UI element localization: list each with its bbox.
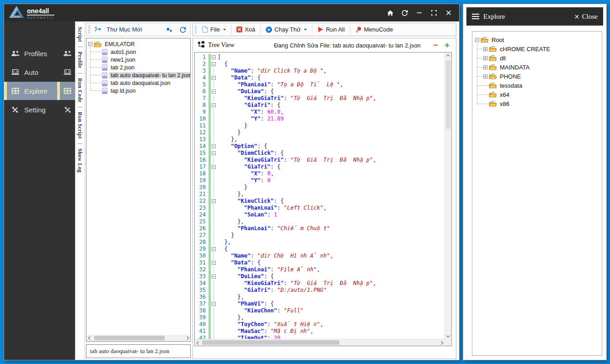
fold-toggle-icon[interactable]: − [211,88,217,95]
code-line[interactable]: 31− "Data": { [195,259,444,266]
laptop-icon[interactable] [60,63,75,81]
code-line[interactable]: 41 "MauSac": "Mặ c Đị nh", [195,328,444,335]
fold-toggle-icon[interactable]: − [211,150,217,157]
expand-icon[interactable]: + [483,47,487,51]
fold-toggle-icon[interactable]: − [211,259,217,266]
editor-vscrollbar[interactable] [444,53,451,339]
scrollbar-thumb[interactable] [94,336,165,340]
tab-profile[interactable]: Profile [77,50,83,70]
code-line[interactable]: 19 "Y": 0 [195,177,444,184]
tree-item-label[interactable]: auto1.json [109,49,137,55]
tree-item-x86[interactable]: x86 [472,99,602,108]
editor-hscrollbar[interactable] [195,339,444,346]
code-line[interactable]: 42 "TimeOut": 20 [195,335,444,339]
tree-item-label[interactable]: x86 [498,100,511,107]
scrollbar-thumb[interactable] [202,340,339,345]
tree-item-label[interactable]: tab 2.json [109,64,136,71]
tree-item-phone[interactable]: +PHONE [472,72,602,81]
tree-item-new1-json[interactable]: new1.json [86,56,190,63]
code-line[interactable]: 8− "GiaTri": { [195,102,444,109]
tree-item-maindata[interactable]: +MAINDATA [472,63,602,72]
code-line[interactable]: 35 "GiaTri": "D:/auto/1.PNG" [195,287,444,294]
zoom-out-button[interactable]: − [428,40,443,50]
maximize-button[interactable] [430,9,438,17]
code-line[interactable]: 2− { [195,61,444,68]
run-all-button[interactable]: Run All [315,25,348,34]
fold-toggle-icon[interactable]: − [211,61,217,68]
tree-item-root[interactable]: −Root [472,35,602,44]
dropdown-caret-icon[interactable] [223,29,226,31]
code-line[interactable]: 33− "DuLieu": { [195,273,444,280]
tree-item-x64[interactable]: x64 [472,90,602,99]
home-button[interactable] [386,9,394,17]
scroll-left-arrow[interactable] [195,339,202,346]
tree-item-label[interactable]: cHROME CREATE [498,46,551,53]
tree-item-auto1-json[interactable]: auto1.json [86,48,190,56]
code-line[interactable]: 18 "X": 0, [195,170,444,177]
code-editor[interactable]: 1−[2− {3 "Name": "dir Click Tọ a Độ ",4−… [194,52,452,346]
scroll-up-arrow[interactable] [444,53,451,59]
file-tree-hscrollbar[interactable] [86,335,190,341]
code-line[interactable]: 12 } [195,129,444,136]
tree-item-tab-auto-daoquaivat-tu-lan-2-json[interactable]: tab auto daoquaivat- tu lan 2.json [86,71,190,79]
expand-icon[interactable]: + [483,74,487,79]
menucode-button[interactable]: MenuCode [353,25,396,34]
code-line[interactable]: 38 "KieuChon": "Full" [195,307,444,314]
tab-show-log[interactable]: Show Log [77,147,83,174]
zoom-in-button[interactable]: + [443,40,451,50]
tools-icon[interactable] [60,100,75,119]
code-line[interactable]: 32 "PhanLoai": "File Ả nh", [195,266,444,273]
fold-toggle-icon[interactable]: − [211,102,217,109]
code-line[interactable]: 36 }, [195,294,444,301]
code-line[interactable]: 6− "DuLieu": { [195,88,444,95]
code-line[interactable]: 39 }, [195,314,444,321]
tree-item-label[interactable]: dll [498,55,507,62]
code-line[interactable]: 1−[ [195,54,444,61]
code-line[interactable]: 11 } [195,122,444,129]
tree-item-label[interactable]: tab auto daoquaivat- tu lan 2.json [109,72,191,79]
tree-view-label[interactable]: Tree View [208,42,235,49]
code-line[interactable]: 26 "PhanLoai": "Chiế m Chuộ t" [195,225,444,232]
code-line[interactable]: 23 "PhanLoai": "Left Click", [195,205,444,211]
code-line[interactable]: 7 "KieuGiaTri": "Từ Giá Trị Đã Nhậ p", [195,95,444,102]
code-line[interactable]: 28 }, [195,239,444,246]
drag-grip[interactable] [195,25,197,34]
code-line[interactable]: 29− { [195,246,444,253]
code-line[interactable]: 37− "PhamVi": { [195,301,444,307]
scroll-left-arrow[interactable] [86,335,93,342]
code-line[interactable]: 3 "Name": "dir Click Tọ a Độ ", [195,68,444,74]
dropdown-caret-icon[interactable] [304,29,307,31]
scroll-right-arrow[interactable] [438,339,444,346]
tree-item-chrome-create[interactable]: +cHROME CREATE [472,44,602,53]
code-line[interactable]: 25 }, [195,218,444,225]
fold-toggle-icon[interactable]: − [211,143,217,150]
tree-item-emulator[interactable]: −EMULATOR [86,40,190,48]
minimize-button[interactable] [415,9,423,17]
fold-toggle-icon[interactable]: − [211,74,217,81]
refresh-tree-icon[interactable] [177,25,188,35]
code-line[interactable]: 16 "KieuGiaTri": "Từ Giá Trị Đã Nhậ p", [195,157,444,164]
tree-item-dll[interactable]: +dll [472,53,602,63]
sidebar-item-setting[interactable]: Setting [4,100,75,119]
fold-toggle-icon[interactable]: − [211,301,217,307]
menu-icon[interactable] [472,14,479,19]
gears-icon[interactable] [164,25,175,35]
fold-toggle-icon[interactable]: − [211,54,217,61]
tree-item-label[interactable]: tab auto daoquaivat.json [109,80,172,86]
code-line[interactable]: 4− "Data": { [195,74,444,81]
ch-y-th-button[interactable]: Chạy Thử [263,25,310,34]
code-line[interactable]: 5 "PhanLoai": "Tọ a Độ Tỉ Lệ ", [195,81,444,88]
sidebar-item-auto[interactable]: Auto [4,63,75,81]
tree-item-label[interactable]: x64 [498,91,511,98]
fold-toggle-icon[interactable]: − [211,198,217,205]
code-line[interactable]: 10 "Y": 21.89 [195,116,444,122]
file-button[interactable]: File [199,25,229,34]
tab-run-script[interactable]: Run Script [77,110,83,141]
code-line[interactable]: 30 "Name": "dir Chờ Hì nh Ả nh", [195,253,444,259]
collapse-icon[interactable]: − [88,42,92,46]
expand-icon[interactable]: + [483,65,487,69]
code-line[interactable]: 20 } [195,184,444,191]
code-line[interactable]: 40 "TuyChon": "Xuấ t Hiệ n", [195,321,444,328]
code-line[interactable]: 14− "Option": { [195,143,444,150]
grid-icon[interactable] [60,82,75,100]
